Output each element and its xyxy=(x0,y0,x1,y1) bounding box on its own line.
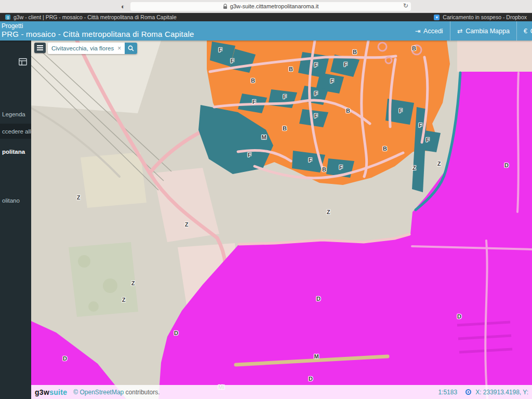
osm-link[interactable]: OpenStreetMap xyxy=(80,389,124,396)
credits-button[interactable]: € Cre xyxy=(516,21,532,41)
sidebar-item-legend[interactable]: Legenda xyxy=(2,111,25,117)
change-map-label: Cambia Mappa xyxy=(466,28,510,35)
contributors-text: contributors. xyxy=(126,389,160,396)
padlock-icon xyxy=(223,4,228,9)
search-box: Civitavecchia, via flores × xyxy=(48,43,137,54)
page-title: PRG - mosaico - Città metropolitana di R… xyxy=(2,30,194,38)
sidebar-item-metropolitana[interactable]: politana xyxy=(2,149,25,155)
change-map-icon: ⇄ xyxy=(457,27,462,35)
projects-menu[interactable]: Progetti xyxy=(2,22,23,30)
dropbox-icon: ▾ xyxy=(434,15,440,20)
change-map-button[interactable]: ⇄ Cambia Mappa xyxy=(450,21,516,41)
url-text: g3w-suite.cittametropolitanaroma.it xyxy=(230,3,319,9)
search-clear-icon[interactable]: × xyxy=(117,45,121,52)
dropbox-notification[interactable]: Caricamento in sospeso - Dropbox xyxy=(443,14,527,20)
screen: ◐ g3w-suite.cittametropolitanaroma.it ↻ … xyxy=(0,0,532,399)
refresh-icon[interactable]: ↻ xyxy=(403,2,408,9)
scale-indicator[interactable]: 1:5183 xyxy=(438,389,457,396)
logo-suite: suite xyxy=(49,388,67,396)
tab-title[interactable]: g3w - client | PRG - mosaico - Città met… xyxy=(14,14,177,20)
search-icon xyxy=(128,45,134,51)
sidebar-toggle-button[interactable] xyxy=(34,43,46,53)
search-button[interactable] xyxy=(125,43,137,54)
copyright-symbol: © xyxy=(73,389,78,396)
login-label: Accedi xyxy=(423,28,443,35)
sidebar: Legenda ccedere alle politana olitano xyxy=(0,41,31,399)
login-icon: ⇥ xyxy=(415,27,420,35)
reader-mode-icon[interactable]: ◐ xyxy=(121,3,125,10)
euro-icon: € xyxy=(524,28,527,35)
g3w-suite-logo: g3wsuite xyxy=(35,388,67,396)
map-canvas[interactable] xyxy=(31,41,532,399)
status-bar: g3wsuite © OpenStreetMap contributors. 1… xyxy=(31,385,532,399)
browser-chrome: ◐ g3w-suite.cittametropolitanaroma.it ↻ xyxy=(0,0,532,13)
hamburger-icon xyxy=(37,45,43,46)
address-bar[interactable]: g3w-suite.cittametropolitanaroma.it ↻ xyxy=(130,2,411,11)
logo-g3w: g3w xyxy=(35,388,49,396)
site-favicon: g xyxy=(5,15,10,20)
search-input[interactable]: Civitavecchia, via flores × xyxy=(48,43,125,54)
sidebar-item-active[interactable]: ccedere alle xyxy=(0,124,31,139)
sidebar-item-metropolitano[interactable]: olitano xyxy=(2,197,20,204)
app-header: Progetti PRG - mosaico - Città metropoli… xyxy=(0,21,532,41)
header-actions: ⇥ Accedi ⇄ Cambia Mappa € Cre xyxy=(408,21,532,41)
mouse-coordinates: X: 233913.4198, Y: xyxy=(475,389,528,396)
map-attribution: © OpenStreetMap contributors. xyxy=(73,389,159,396)
login-button[interactable]: ⇥ Accedi xyxy=(408,21,450,41)
content: Legenda ccedere alle politana olitano xyxy=(0,41,532,399)
search-value: Civitavecchia, via flores xyxy=(51,45,114,51)
metadata-icon[interactable] xyxy=(19,58,27,65)
geolocation-icon[interactable] xyxy=(466,389,471,395)
map-viewport[interactable]: FFBBFBFBFFFFBFFFBMFBFFBFZZDZZZZZDDDDMDMi… xyxy=(31,41,532,399)
tab-strip: g g3w - client | PRG - mosaico - Città m… xyxy=(0,13,532,21)
